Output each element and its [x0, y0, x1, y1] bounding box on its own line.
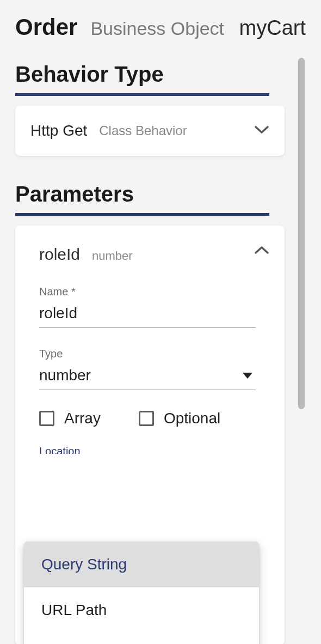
- parameter-header[interactable]: roleId number: [39, 245, 261, 264]
- page-title: Order: [15, 14, 77, 40]
- page-subtitle: Business Object: [90, 18, 224, 39]
- type-field-block: Type number: [39, 348, 261, 390]
- location-dropdown-menu: Query String URL Path Header: [24, 542, 259, 644]
- name-field-block: Name *: [39, 285, 261, 328]
- optional-label: Optional: [164, 410, 220, 427]
- name-input[interactable]: [39, 302, 256, 328]
- context-name: myCart: [239, 16, 306, 40]
- location-field-label: Location: [39, 446, 261, 454]
- section-title-behavior: Behavior Type: [15, 62, 309, 87]
- array-label: Array: [64, 410, 101, 427]
- array-checkbox[interactable]: [39, 411, 54, 426]
- parameter-card: roleId number Name * Type number Array: [15, 226, 285, 644]
- location-option-query-string[interactable]: Query String: [24, 542, 259, 587]
- dropdown-triangle-icon: [243, 373, 252, 379]
- location-option-header[interactable]: Header: [24, 633, 259, 644]
- behavior-type-selector[interactable]: Http Get Class Behavior: [15, 106, 285, 156]
- section-divider: [15, 213, 269, 216]
- breadcrumb: Order Business Object myCart: [0, 0, 321, 50]
- location-option-url-path[interactable]: URL Path: [24, 587, 259, 633]
- type-select-value: number: [39, 367, 91, 384]
- behavior-kind: Class Behavior: [99, 123, 187, 138]
- section-title-parameters: Parameters: [15, 182, 309, 206]
- chevron-up-icon[interactable]: [254, 245, 269, 257]
- chevron-down-icon: [254, 125, 269, 137]
- parameter-name: roleId: [39, 245, 80, 264]
- optional-checkbox[interactable]: [139, 411, 154, 426]
- parameter-type-badge: number: [92, 249, 133, 263]
- type-select[interactable]: number: [39, 364, 256, 390]
- array-checkbox-row[interactable]: Array: [39, 410, 101, 427]
- behavior-name: Http Get: [30, 122, 87, 139]
- type-field-label: Type: [39, 348, 261, 360]
- optional-checkbox-row[interactable]: Optional: [139, 410, 220, 427]
- section-divider: [15, 93, 269, 96]
- name-field-label: Name *: [39, 285, 261, 298]
